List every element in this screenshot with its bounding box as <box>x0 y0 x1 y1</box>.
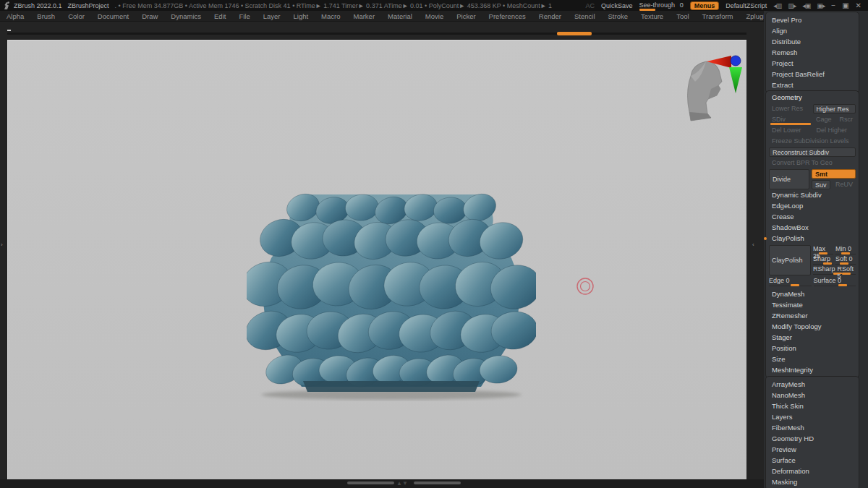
menu-bar: AlphaBrushColorDocumentDrawDynamicsEditF… <box>0 11 764 22</box>
button-bevel-pro[interactable]: Bevel Pro <box>769 14 856 25</box>
palette-geometry-hd[interactable]: Geometry HD <box>769 433 856 444</box>
palette-fibermesh[interactable]: FiberMesh <box>769 422 856 433</box>
menu-file[interactable]: File <box>232 12 256 20</box>
reuv-button[interactable]: ReUV <box>833 180 856 189</box>
menu-transform[interactable]: Transform <box>696 12 740 20</box>
reconstruct-subdiv-button[interactable]: Reconstruct Subdiv <box>769 147 856 157</box>
menus-button[interactable]: Menus <box>690 1 720 10</box>
surface-slider[interactable]: Surface 0 <box>814 277 856 286</box>
section-stager[interactable]: Stager <box>769 332 856 343</box>
convert-bpr-button[interactable]: Convert BPR To Geo <box>769 158 856 168</box>
menu-document[interactable]: Document <box>91 12 135 20</box>
section-zremesher[interactable]: ZRemesher <box>769 310 856 321</box>
section-modify-topology[interactable]: Modify Topology <box>769 321 856 332</box>
button-extract[interactable]: Extract <box>769 80 856 90</box>
button-project[interactable]: Project <box>769 58 856 69</box>
shelf-scroll-handle[interactable] <box>557 32 592 35</box>
claypolish-button[interactable]: ClayPolish <box>769 245 811 275</box>
section-size[interactable]: Size <box>769 354 856 364</box>
suv-button[interactable]: Suv <box>812 180 830 189</box>
section-edgeloop[interactable]: EdgeLoop <box>769 200 856 211</box>
menu-marker[interactable]: Marker <box>347 12 382 20</box>
button-distribute[interactable]: Distribute <box>769 36 856 47</box>
menu-stencil[interactable]: Stencil <box>568 12 602 20</box>
del-higher-button[interactable]: Del Higher <box>814 126 856 135</box>
bottom-divider-bar-right[interactable] <box>414 481 461 484</box>
button-remesh[interactable]: Remesh <box>769 47 856 58</box>
quicksave-button[interactable]: QuickSave <box>601 2 633 9</box>
button-project-basrelief[interactable]: Project BasRelief <box>769 69 856 80</box>
menu-layer[interactable]: Layer <box>257 12 287 20</box>
menu-edit[interactable]: Edit <box>208 12 232 20</box>
tray-right-collapse-icon[interactable]: ◂▣ <box>802 2 810 9</box>
lower-res-button[interactable]: Lower Res <box>769 104 811 114</box>
bottom-divider-arrows[interactable]: ▲▼ <box>396 480 408 487</box>
divide-button[interactable]: Divide <box>769 169 809 189</box>
gizmo-z-axis-dot[interactable] <box>731 56 741 66</box>
slider-rsoft-5[interactable]: RSoft 5 <box>838 265 856 275</box>
menu-dynamics[interactable]: Dynamics <box>164 12 208 20</box>
button-align[interactable]: Align <box>769 25 856 36</box>
minimize-icon[interactable]: − <box>831 1 835 9</box>
zscript-button[interactable]: DefaultZScript <box>726 2 767 9</box>
slider-soft-0[interactable]: Soft 0 <box>835 255 856 265</box>
freeze-subdivision-button[interactable]: Freeze SubDivision Levels <box>769 137 856 146</box>
close-icon[interactable]: ✕ <box>856 1 861 9</box>
menu-brush[interactable]: Brush <box>30 12 61 20</box>
menu-movie[interactable]: Movie <box>419 12 450 20</box>
section-tessimate[interactable]: Tessimate <box>769 299 856 310</box>
section-claypolish[interactable]: ClayPolish <box>769 233 856 244</box>
palette-surface[interactable]: Surface <box>769 455 856 466</box>
menu-preferences[interactable]: Preferences <box>482 12 532 20</box>
slider-min-0[interactable]: Min 0 <box>835 245 856 254</box>
section-shadowbox[interactable]: ShadowBox <box>769 222 856 233</box>
menu-draw[interactable]: Draw <box>135 12 164 20</box>
palette-layers[interactable]: Layers <box>769 411 856 422</box>
palette-thick-skin[interactable]: Thick Skin <box>769 401 856 411</box>
geometry-header[interactable]: Geometry <box>769 93 856 103</box>
menu-render[interactable]: Render <box>532 12 568 20</box>
tray-left-collapse-icon[interactable]: ◂▥ <box>773 2 781 9</box>
slider-sharp[interactable]: Sharp <box>813 255 833 265</box>
gizmo-y-axis-arrow[interactable] <box>729 67 742 93</box>
slider-max-25[interactable]: Max 25 <box>813 245 833 254</box>
tray-right-expand-icon[interactable]: ▣▸ <box>817 2 825 9</box>
restore-icon[interactable]: ▣ <box>842 1 848 9</box>
menu-macro[interactable]: Macro <box>315 12 346 20</box>
shelf-scroll-track[interactable] <box>0 33 746 35</box>
menu-alpha[interactable]: Alpha <box>0 12 30 20</box>
section-dynamesh[interactable]: DynaMesh <box>769 288 856 299</box>
menu-stroke[interactable]: Stroke <box>602 12 634 20</box>
higher-res-button[interactable]: Higher Res <box>813 104 856 114</box>
menu-texture[interactable]: Texture <box>634 12 670 20</box>
menu-picker[interactable]: Picker <box>450 12 482 20</box>
del-lower-button[interactable]: Del Lower <box>769 126 812 135</box>
palette-masking[interactable]: Masking <box>769 476 856 487</box>
right-tray-divider-handle[interactable]: ‹ <box>752 242 754 248</box>
menu-light[interactable]: Light <box>286 12 315 20</box>
palette-nanomesh[interactable]: NanoMesh <box>769 390 856 401</box>
edge-slider[interactable]: Edge 0 <box>769 277 812 286</box>
see-through-slider[interactable]: See-through 0 <box>639 1 684 9</box>
nav-preview-head[interactable] <box>673 51 749 131</box>
tray-left-expand-icon[interactable]: ▥▸ <box>788 2 796 9</box>
slider-rsharp[interactable]: RSharp <box>813 265 835 275</box>
sculpt-model-vase[interactable] <box>247 189 536 402</box>
section-dynamic-subdiv[interactable]: Dynamic Subdiv <box>769 189 856 200</box>
palette-arraymesh[interactable]: ArrayMesh <box>769 379 856 390</box>
cage-button[interactable]: Cage <box>813 115 835 124</box>
left-tray-divider-handle[interactable]: › <box>1 242 3 248</box>
rscr-button[interactable]: Rscr <box>837 115 856 124</box>
sdiv-slider[interactable]: SDiv <box>769 115 811 124</box>
smt-button[interactable]: Smt <box>812 169 856 179</box>
section-meshintegrity[interactable]: MeshIntegrity <box>769 364 856 375</box>
bottom-divider-bar-left[interactable] <box>347 481 394 484</box>
section-crease[interactable]: Crease <box>769 211 856 222</box>
menu-material[interactable]: Material <box>381 12 419 20</box>
section-position[interactable]: Position <box>769 343 856 354</box>
document-canvas[interactable] <box>7 40 746 479</box>
menu-color[interactable]: Color <box>61 12 91 20</box>
menu-tool[interactable]: Tool <box>670 12 695 20</box>
palette-preview[interactable]: Preview <box>769 444 856 455</box>
palette-deformation[interactable]: Deformation <box>769 466 856 476</box>
